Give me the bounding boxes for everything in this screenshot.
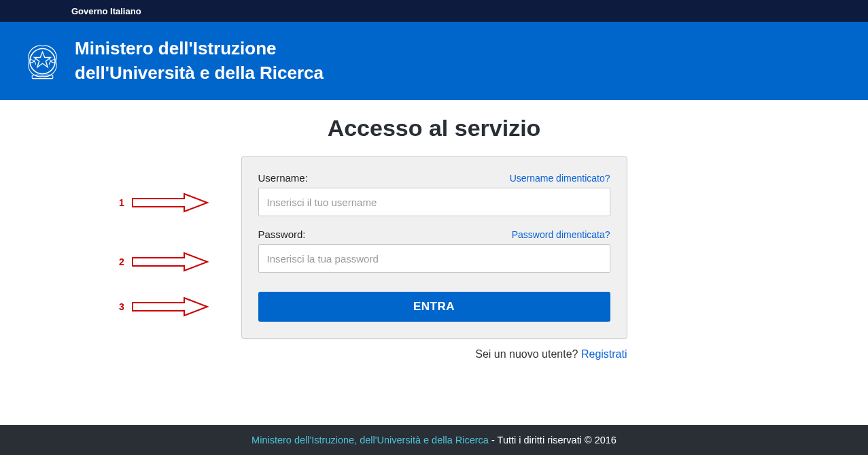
ministry-title: Ministero dell'Istruzione dell'Universit… [75, 37, 324, 84]
italian-republic-emblem-icon [24, 41, 61, 82]
annotation-arrow-1: 1 [119, 192, 209, 213]
username-input[interactable] [258, 188, 610, 216]
password-input[interactable] [258, 244, 610, 273]
arrow-icon [131, 192, 209, 213]
register-prompt: Sei un nuovo utente? [475, 348, 581, 360]
svg-marker-2 [133, 194, 207, 212]
page-title: Accesso al servizio [328, 115, 541, 141]
footer-ministry-link[interactable]: Ministero dell'Istruzione, dell'Universi… [251, 435, 489, 445]
arrow-icon [131, 252, 209, 272]
register-prompt-row: Sei un nuovo utente? Registrati [241, 348, 627, 360]
password-field-row: Password: Password dimenticata? [258, 229, 610, 273]
svg-marker-4 [133, 298, 207, 316]
footer: Ministero dell'Istruzione, dell'Universi… [0, 425, 868, 455]
svg-marker-3 [133, 253, 207, 271]
password-label: Password: [258, 229, 306, 240]
main-content: Accesso al servizio Username: Username d… [0, 100, 868, 360]
forgot-password-link[interactable]: Password dimenticata? [512, 229, 610, 240]
annotation-arrow-3: 3 [119, 297, 209, 317]
arrow-icon [131, 297, 209, 317]
register-link[interactable]: Registrati [581, 348, 627, 360]
username-field-row: Username: Username dimenticato? [258, 172, 610, 216]
ministry-title-line1: Ministero dell'Istruzione [75, 37, 324, 61]
footer-rights: - Tutti i diritti riservati © 2016 [489, 435, 617, 445]
ministry-header: Ministero dell'Istruzione dell'Universit… [0, 22, 868, 100]
annotation-arrow-2: 2 [119, 252, 209, 272]
username-label: Username: [258, 172, 308, 184]
annotation-num-2: 2 [119, 256, 124, 267]
annotation-num-1: 1 [119, 197, 124, 208]
login-form: Username: Username dimenticato? Password… [241, 156, 627, 339]
annotation-num-3: 3 [119, 301, 124, 312]
gov-top-bar: Governo Italiano [0, 0, 868, 22]
forgot-username-link[interactable]: Username dimenticato? [510, 173, 610, 184]
gov-label: Governo Italiano [71, 6, 141, 16]
ministry-title-line2: dell'Università e della Ricerca [75, 61, 324, 85]
login-button[interactable]: ENTRA [258, 292, 610, 322]
